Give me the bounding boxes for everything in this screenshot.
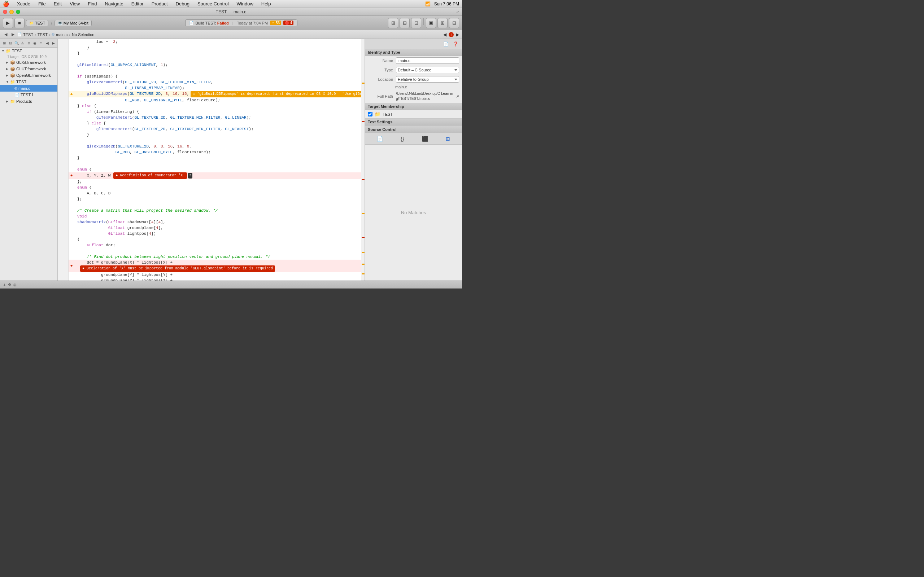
code-text: X, Y, Z, W● Redefinition of enumerator '… [74, 172, 361, 179]
menu-find[interactable]: Find [86, 1, 98, 6]
nav-back-button[interactable]: ◀ [3, 32, 9, 37]
line-indicator: ● [69, 259, 74, 272]
line-number [58, 85, 69, 91]
breadcrumb-no-selection[interactable]: No Selection [72, 32, 94, 37]
folder-icon: 📁 [10, 80, 15, 84]
sidebar-item-test-project[interactable]: ▼ 📁 TEST [0, 48, 57, 54]
sidebar-btn-1[interactable]: ⊞ [2, 40, 7, 47]
name-input[interactable] [396, 57, 459, 64]
debug-toggle[interactable]: ⊟ [399, 18, 410, 28]
apple-logo-icon[interactable]: 🍎 [3, 1, 9, 7]
assistant-editor[interactable]: ⊞ [438, 18, 447, 28]
menu-file[interactable]: File [37, 1, 47, 6]
sidebar-btn-6[interactable]: ◉ [32, 40, 37, 47]
sidebar-btn-7[interactable]: ≡ [38, 40, 44, 47]
sidebar-label-glkit: GLKit.framework [16, 60, 46, 64]
settings-button[interactable]: ⚙ [8, 283, 11, 287]
breadcrumb-test-root[interactable]: TEST [23, 32, 33, 37]
menu-window[interactable]: Window [235, 1, 255, 6]
sidebar-item-opengl[interactable]: ▶ 📦 OpenGL.framework [0, 72, 57, 79]
type-select[interactable]: Default – C Source [396, 67, 459, 73]
code-line-error-2: ● dot = groundplane[X] * lightpos[X] +● … [58, 259, 361, 272]
stop-button[interactable]: ■ [15, 18, 24, 28]
warning-scroll-indicator-2 [362, 213, 365, 214]
rp-brackets-icon-btn[interactable]: {} [399, 134, 405, 143]
datetime: Sun 7:06 PM [434, 2, 459, 6]
sidebar-item-test1[interactable]: 📄 TEST.1 [0, 92, 57, 98]
target-membership-header: Target Membership [365, 103, 462, 110]
line-indicator [69, 79, 74, 85]
code-editor[interactable]: loc += 3; } } [58, 39, 365, 280]
rp-grid-icon-btn[interactable]: ⊞ [444, 134, 452, 143]
line-indicator [69, 196, 74, 202]
menu-view[interactable]: View [68, 1, 81, 6]
sidebar-item-products[interactable]: ▶ 📁 Products [0, 98, 57, 105]
sidebar-btn-4[interactable]: ⚠ [20, 40, 25, 47]
close-button[interactable] [3, 10, 7, 14]
fullscreen-icon[interactable]: ⤢ [456, 10, 459, 14]
menu-debug[interactable]: Debug [174, 1, 191, 6]
sidebar-btn-2[interactable]: ⊟ [8, 40, 13, 47]
code-scroll-area[interactable]: loc += 3; } } [58, 39, 361, 280]
rp-file-icon-btn[interactable]: 📄 [375, 134, 384, 143]
code-line [58, 248, 361, 254]
nav-forward-button[interactable]: ▶ [10, 32, 16, 37]
sidebar-btn-5[interactable]: ⊕ [26, 40, 31, 47]
menu-xcode[interactable]: Xcode [16, 1, 32, 6]
menu-navigate[interactable]: Navigate [103, 1, 124, 6]
code-line: } [58, 50, 361, 56]
run-button[interactable]: ▶ [3, 18, 13, 28]
line-number [58, 109, 69, 115]
line-number [58, 272, 69, 278]
error-scroll-indicator-2 [362, 179, 365, 180]
target-checkbox-test[interactable] [368, 112, 373, 116]
build-status-button[interactable]: 📄 Build TEST: Failed | Today at 7:04 PM … [185, 19, 298, 26]
file-type-icon: © [52, 32, 55, 36]
project-name: TEST [12, 49, 22, 53]
menu-product[interactable]: Product [150, 1, 169, 6]
add-button[interactable]: + [3, 282, 6, 288]
fullpath-field-row: Full Path /Users/D4rkLord/Desktop/C Lear… [365, 90, 462, 103]
activity-button[interactable]: ◎ [13, 283, 16, 287]
maximize-button[interactable] [16, 10, 20, 14]
sidebar-btn-8[interactable]: ◀ [44, 40, 50, 47]
navigator-toggle[interactable]: ⊞ [388, 18, 398, 28]
standard-editor[interactable]: ▣ [426, 18, 436, 28]
location-field-row: Location Relative to Group [365, 75, 462, 84]
sidebar-item-test-folder[interactable]: ▼ 📁 TEST [0, 79, 57, 85]
scheme-selector[interactable]: 📁 TEST [26, 20, 48, 26]
code-line [58, 68, 361, 74]
sidebar-item-mainc[interactable]: © main.c [0, 85, 57, 92]
destination-selector[interactable]: 💻 My Mac 64-bit [55, 20, 92, 26]
menu-help[interactable]: Help [260, 1, 273, 6]
sidebar-label-test1: TEST.1 [21, 93, 34, 97]
location-select[interactable]: Relative to Group [396, 76, 459, 82]
breadcrumb-nav-left[interactable]: ◀ [443, 32, 446, 37]
inspector-quick-btn[interactable]: ❓ [452, 41, 460, 47]
code-line: GL_LINEAR_MIPMAP_LINEAR); [58, 85, 361, 91]
breadcrumb-test-folder[interactable]: TEST [37, 32, 48, 37]
menu-source-control[interactable]: Source Control [196, 1, 230, 6]
code-line: /* Create a matrix that will project the… [58, 208, 361, 213]
sidebar-item-glkit[interactable]: ▶ 📦 GLKit.framework [0, 59, 57, 66]
inspector-file-btn[interactable]: 📄 [442, 41, 450, 47]
build-status-text: Build TEST: Failed [195, 21, 229, 25]
version-editor[interactable]: ⊟ [449, 18, 459, 28]
line-number [58, 39, 69, 45]
inline-error-msg-2: ● Declaration of 'X' must be imported fr… [80, 266, 275, 272]
minimize-button[interactable] [10, 10, 14, 14]
code-line: A, B, C, D [58, 190, 361, 196]
breadcrumb-nav-right[interactable]: ▶ [456, 32, 459, 37]
sidebar-btn-9[interactable]: ▶ [50, 40, 56, 47]
fullpath-reveal-icon[interactable]: ↗ [456, 94, 459, 99]
sidebar: ⊞ ⊟ 🔍 ⚠ ⊕ ◉ ≡ ◀ ▶ ▼ 📁 TEST 1 target, OS … [0, 39, 58, 280]
file-icon: © [15, 86, 17, 90]
menu-editor[interactable]: Editor [130, 1, 145, 6]
inspector-toggle[interactable]: ⊡ [411, 18, 421, 28]
sidebar-item-glut[interactable]: ▶ 📦 GLUT.framework [0, 66, 57, 72]
rp-cube-icon-btn[interactable]: ⬛ [420, 134, 430, 143]
line-number [58, 62, 69, 68]
breadcrumb-mainc[interactable]: main.c [56, 32, 68, 37]
menu-edit[interactable]: Edit [52, 1, 63, 6]
sidebar-btn-3[interactable]: 🔍 [14, 40, 19, 47]
